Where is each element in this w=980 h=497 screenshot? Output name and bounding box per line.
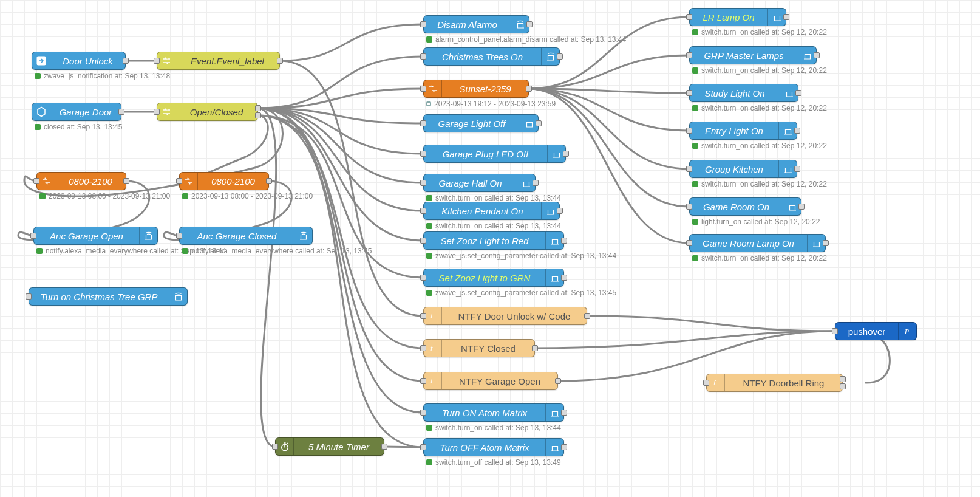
node-entry-light[interactable]: Entry Light On switch.turn_on called at:… <box>689 122 797 140</box>
output-port-1[interactable] <box>255 105 261 111</box>
output-port[interactable] <box>561 444 567 450</box>
input-port[interactable] <box>420 151 426 157</box>
input-port[interactable] <box>703 380 709 386</box>
output-port[interactable] <box>123 178 129 184</box>
output-port[interactable] <box>561 275 567 281</box>
output-port[interactable] <box>557 208 563 214</box>
input-port[interactable] <box>686 204 692 210</box>
output-port[interactable] <box>277 58 283 64</box>
node-ntfy-closed[interactable]: f NTFY Closed <box>423 339 535 357</box>
node-garage-hall-on[interactable]: Garage Hall On switch.turn_on called at:… <box>423 174 536 192</box>
output-port[interactable] <box>783 14 789 20</box>
output-port[interactable] <box>526 86 532 92</box>
node-door-unlock[interactable]: Door Unlock zwave_js_notification at: Se… <box>32 52 126 70</box>
node-group-kitchen[interactable]: Group Kitchen switch.turn_on called at: … <box>689 160 797 178</box>
input-port[interactable] <box>686 128 692 134</box>
input-port[interactable] <box>272 444 278 450</box>
input-port[interactable] <box>420 180 426 186</box>
node-ntfy-garage-open[interactable]: f NTFY Garage Open <box>423 372 558 390</box>
input-port[interactable] <box>420 313 426 319</box>
node-xmas-grp[interactable]: Turn on Christmas Tree GRP <box>29 287 188 306</box>
node-garage-door[interactable]: Garage Door closed at: Sep 13, 13:45 <box>32 103 121 121</box>
input-port[interactable] <box>686 166 692 172</box>
output-port[interactable] <box>526 21 533 27</box>
output-port[interactable] <box>266 178 272 184</box>
node-ntfy-doorbell[interactable]: f NTFY Doorbell Ring <box>706 374 843 392</box>
input-port[interactable] <box>420 21 426 27</box>
node-time-range-2[interactable]: 0800-2100 2023-09-13 08:00 - 2023-09-13 … <box>179 172 269 190</box>
input-port[interactable] <box>420 275 426 281</box>
input-port[interactable] <box>420 378 426 384</box>
input-port[interactable] <box>420 410 426 416</box>
flow-canvas[interactable]: Door Unlock zwave_js_notification at: Se… <box>0 0 980 497</box>
output-port[interactable] <box>123 58 129 64</box>
input-port[interactable] <box>686 90 692 96</box>
node-garage-light-off[interactable]: Garage Light Off <box>423 114 539 132</box>
node-anc-garage-closed[interactable]: Anc Garage Closed notify.alexa_media_eve… <box>179 227 313 245</box>
output-port[interactable] <box>823 240 829 246</box>
input-port[interactable] <box>154 109 160 115</box>
input-port[interactable] <box>420 238 426 244</box>
node-5min-timer[interactable]: 5 Minute Timer <box>275 437 384 456</box>
output-port[interactable] <box>584 313 590 319</box>
node-anc-garage-open[interactable]: Anc Garage Open notify.alexa_media_every… <box>33 227 158 245</box>
node-time-range-1[interactable]: 0800-2100 2023-09-13 08:00 - 2023-09-13 … <box>36 172 126 190</box>
node-game-room-on[interactable]: Game Room On light.turn_on called at: Se… <box>689 197 801 216</box>
output-port[interactable] <box>532 345 538 351</box>
node-lr-lamp-on[interactable]: LR Lamp On switch.turn_on called at: Sep… <box>689 8 786 26</box>
output-port-2[interactable] <box>255 112 261 118</box>
output-port[interactable] <box>798 204 805 210</box>
function-icon: f <box>424 340 442 357</box>
node-zooz-red[interactable]: Set Zooz Light to Red zwave_js.set_confi… <box>423 231 564 250</box>
node-study-light[interactable]: Study Light On switch.turn_on called at:… <box>689 84 798 102</box>
output-port[interactable] <box>381 444 387 450</box>
input-port[interactable] <box>686 240 692 246</box>
input-port[interactable] <box>176 178 182 184</box>
output-port-2[interactable] <box>840 383 846 389</box>
input-port[interactable] <box>686 52 692 58</box>
input-port[interactable] <box>420 208 426 214</box>
input-port[interactable] <box>420 345 426 351</box>
output-port[interactable] <box>561 410 567 416</box>
input-port[interactable] <box>832 328 838 334</box>
output-port[interactable] <box>533 180 539 186</box>
input-port[interactable] <box>30 233 36 239</box>
output-port[interactable] <box>118 109 124 115</box>
node-label: 5 Minute Timer <box>294 442 384 452</box>
antenna-icon <box>169 288 187 305</box>
output-port[interactable] <box>561 238 567 244</box>
output-port[interactable] <box>557 53 563 60</box>
node-grp-master-lamps[interactable]: GRP Master Lamps switch.turn_on called a… <box>689 46 817 64</box>
output-port[interactable] <box>814 52 820 58</box>
output-port[interactable] <box>794 128 800 134</box>
input-port[interactable] <box>420 120 426 126</box>
node-event-label[interactable]: Event.Event_label <box>157 52 280 70</box>
node-game-room-lamp[interactable]: Game Room Lamp On switch.turn_on called … <box>689 234 826 252</box>
node-garage-plug-led-off[interactable]: Garage Plug LED Off <box>423 145 566 163</box>
input-port[interactable] <box>420 86 426 92</box>
input-port[interactable] <box>420 444 426 450</box>
input-port[interactable] <box>154 58 160 64</box>
input-port[interactable] <box>26 293 32 300</box>
output-port[interactable] <box>563 151 569 157</box>
node-zooz-grn[interactable]: Set Zooz Light to GRN zwave_js.set_confi… <box>423 269 564 287</box>
node-atom-off[interactable]: Turn OFF Atom Matrix switch.turn_off cal… <box>423 438 564 456</box>
input-port[interactable] <box>686 14 692 20</box>
node-kitchen-pendant[interactable]: Kitchen Pendant On switch.turn_on called… <box>423 202 560 220</box>
node-atom-on[interactable]: Turn ON Atom Matrix switch.turn_on calle… <box>423 403 564 422</box>
node-xmas-trees[interactable]: Christmas Trees On <box>423 47 560 66</box>
input-port[interactable] <box>33 178 39 184</box>
output-port[interactable] <box>795 90 801 96</box>
output-port[interactable] <box>555 378 561 384</box>
output-port[interactable] <box>794 166 800 172</box>
node-ntfy-door-unlock[interactable]: f NTFY Door Unlock w/ Code <box>423 307 587 325</box>
node-label: Christmas Trees On <box>424 52 541 62</box>
node-open-closed[interactable]: Open/Closed <box>157 103 258 121</box>
node-disarm-alarmo[interactable]: Disarm Alarmo alarm_control_panel.alarm_… <box>423 15 529 33</box>
input-port[interactable] <box>176 233 182 239</box>
node-sunset-2359[interactable]: Sunset-2359 2023-09-13 19:12 - 2023-09-1… <box>423 80 529 98</box>
output-port[interactable] <box>536 120 542 126</box>
output-port-1[interactable] <box>840 376 846 382</box>
input-port[interactable] <box>420 53 426 60</box>
node-pushover[interactable]: pushover P <box>835 322 917 340</box>
